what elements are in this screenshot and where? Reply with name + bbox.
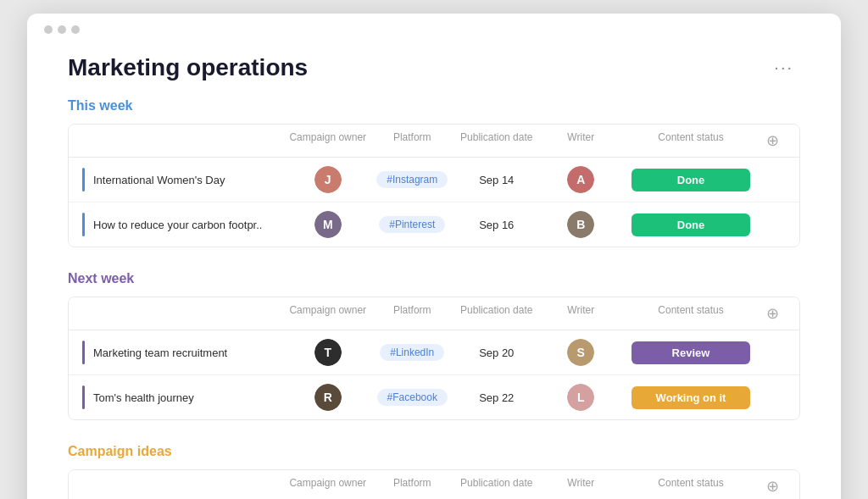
platform-tag: #Pinterest: [379, 216, 445, 233]
row-title-text: International Women's Day: [93, 174, 225, 186]
window-dot-3: [71, 25, 80, 34]
row-bar: [82, 168, 85, 191]
table-this-week: Campaign ownerPlatformPublication dateWr…: [68, 124, 800, 247]
col-header-1: Platform: [370, 477, 455, 496]
col-header-3: Writer: [539, 304, 624, 323]
avatar: A: [567, 166, 594, 193]
campaign-owner-cell: M: [286, 211, 370, 238]
add-column-button[interactable]: ⊕: [759, 304, 786, 323]
col-header-4: Content status: [623, 131, 759, 150]
col-header-1: Platform: [370, 304, 455, 323]
col-header-0: Campaign owner: [286, 304, 370, 323]
table-row: International Women's DayJ#InstagramSep …: [69, 158, 799, 202]
table-row: Marketing team recruitmentT#LinkedInSep …: [69, 330, 799, 375]
campaign-owner-cell: J: [286, 166, 370, 193]
status-badge: Review: [632, 341, 750, 364]
avatar: M: [314, 211, 342, 238]
col-header-4: Content status: [623, 304, 759, 323]
row-bar: [82, 341, 85, 364]
col-header-2: Publication date: [454, 304, 539, 323]
writer-cell: B: [539, 211, 624, 238]
status-badge: Done: [632, 213, 750, 236]
status-badge: Done: [632, 169, 750, 191]
avatar: R: [314, 384, 342, 411]
row-title-cell: Tom's health journey: [82, 385, 286, 409]
col-header-1: Platform: [370, 131, 455, 150]
writer-cell: S: [539, 339, 624, 366]
content-status-cell: Done: [623, 213, 759, 236]
publication-date-cell: Sep 22: [454, 391, 539, 404]
avatar: L: [567, 384, 594, 411]
window-chrome: [27, 14, 841, 34]
col-header-3: Writer: [539, 477, 624, 496]
table-next-week: Campaign ownerPlatformPublication dateWr…: [68, 297, 800, 420]
section-next-week: Next weekCampaign ownerPlatformPublicati…: [27, 271, 841, 420]
more-button[interactable]: ···: [767, 54, 800, 80]
col-header-3: Writer: [539, 131, 624, 150]
row-title-text: Tom's health journey: [93, 391, 194, 404]
page-header: Marketing operations ···: [27, 41, 841, 98]
platform-tag: #Instagram: [376, 171, 448, 188]
writer-cell: L: [539, 384, 624, 411]
platform-tag: #Facebook: [377, 389, 448, 406]
table-campaign-ideas: Campaign ownerPlatformPublication dateWr…: [68, 469, 800, 499]
row-title-text: Marketing team recruitment: [93, 347, 227, 359]
add-column-button[interactable]: ⊕: [759, 477, 786, 496]
avatar: B: [567, 211, 594, 238]
content-status-cell: Done: [623, 169, 759, 191]
row-title-cell: International Women's Day: [82, 168, 286, 191]
platform-cell: #Facebook: [370, 389, 455, 406]
section-campaign-ideas: Campaign ideasCampaign ownerPlatformPubl…: [27, 444, 841, 499]
publication-date-cell: Sep 16: [454, 219, 539, 231]
section-title-campaign-ideas: Campaign ideas: [68, 444, 800, 459]
publication-date-cell: Sep 14: [454, 174, 539, 186]
section-title-this-week: This week: [68, 98, 800, 114]
writer-cell: A: [539, 166, 624, 193]
add-column-button[interactable]: ⊕: [759, 131, 786, 150]
table-header: Campaign ownerPlatformPublication dateWr…: [69, 125, 799, 158]
campaign-owner-cell: T: [286, 339, 370, 366]
col-header-0: Campaign owner: [286, 477, 370, 496]
window-dot-1: [44, 25, 53, 34]
publication-date-cell: Sep 20: [454, 347, 539, 359]
table-header: Campaign ownerPlatformPublication dateWr…: [69, 297, 799, 330]
platform-cell: #LinkedIn: [370, 344, 455, 361]
platform-cell: #Instagram: [370, 171, 455, 188]
avatar: J: [314, 166, 342, 193]
table-header: Campaign ownerPlatformPublication dateWr…: [69, 470, 799, 499]
platform-tag: #LinkedIn: [380, 344, 444, 361]
content-status-cell: Review: [623, 341, 759, 364]
campaign-owner-cell: R: [286, 384, 370, 411]
content-status-cell: Working on it: [623, 386, 759, 409]
row-bar: [82, 213, 85, 236]
col-header-2: Publication date: [454, 477, 539, 496]
platform-cell: #Pinterest: [370, 216, 455, 233]
col-header-2: Publication date: [454, 131, 539, 150]
col-header-4: Content status: [623, 477, 759, 496]
status-badge: Working on it: [632, 386, 750, 409]
row-title-text: How to reduce your carbon footpr..: [93, 219, 262, 231]
col-header-0: Campaign owner: [286, 131, 370, 150]
row-title-cell: Marketing team recruitment: [82, 341, 286, 364]
row-bar: [82, 385, 85, 409]
window-dot-2: [58, 25, 66, 34]
table-row: How to reduce your carbon footpr..M#Pint…: [69, 202, 799, 247]
page-title: Marketing operations: [68, 54, 308, 81]
avatar: T: [314, 339, 342, 366]
section-this-week: This weekCampaign ownerPlatformPublicati…: [27, 98, 841, 247]
row-title-cell: How to reduce your carbon footpr..: [82, 213, 286, 236]
table-row: Tom's health journeyR#FacebookSep 22LWor…: [69, 375, 799, 419]
avatar: S: [567, 339, 594, 366]
section-title-next-week: Next week: [68, 271, 800, 286]
app-window: Marketing operations ··· This weekCampai…: [27, 14, 841, 499]
